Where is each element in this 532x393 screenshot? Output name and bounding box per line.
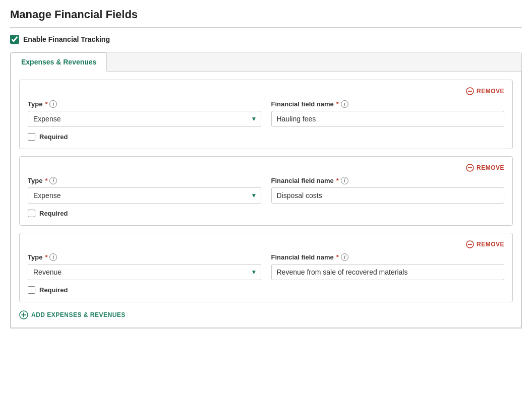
required-checkbox-1[interactable] bbox=[28, 133, 35, 141]
remove-label-2: REMOVE bbox=[477, 164, 504, 171]
type-group-3: Type * i Expense Revenue ▼ bbox=[28, 253, 261, 280]
remove-icon-1 bbox=[466, 87, 474, 95]
type-select-wrapper-2: Expense Revenue ▼ bbox=[28, 187, 261, 204]
add-button-label: ADD EXPENSES & REVENUES bbox=[31, 311, 126, 318]
field-name-group-3: Financial field name * i bbox=[271, 253, 505, 280]
enable-tracking-label: Enable Financial Tracking bbox=[23, 35, 110, 43]
remove-row-1: REMOVE bbox=[28, 87, 504, 95]
field-name-info-icon-3[interactable]: i bbox=[341, 253, 348, 261]
required-checkbox-3[interactable] bbox=[28, 286, 35, 294]
required-star-fn-3: * bbox=[336, 253, 339, 261]
required-checkbox-2[interactable] bbox=[28, 210, 35, 217]
remove-button-3[interactable]: REMOVE bbox=[466, 240, 504, 248]
main-content: REMOVE Type * i Expense Revenue ▼ bbox=[11, 72, 521, 328]
field-name-group-1: Financial field name * i bbox=[271, 100, 505, 127]
type-label-2: Type * i bbox=[28, 177, 261, 184]
field-name-label-1: Financial field name * i bbox=[271, 100, 505, 108]
required-label-1: Required bbox=[39, 133, 68, 141]
type-select-wrapper-1: Expense Revenue ▼ bbox=[28, 111, 261, 127]
remove-icon-3 bbox=[466, 240, 474, 248]
fields-row-2: Type * i Expense Revenue ▼ Financial bbox=[28, 177, 504, 204]
page-title: Manage Financial Fields bbox=[10, 8, 522, 28]
type-info-icon-2[interactable]: i bbox=[49, 177, 57, 184]
type-info-icon-1[interactable]: i bbox=[49, 100, 57, 108]
required-check-row-3: Required bbox=[28, 286, 504, 294]
field-name-label-2: Financial field name * i bbox=[271, 177, 505, 184]
remove-row-3: REMOVE bbox=[28, 240, 504, 248]
type-group-1: Type * i Expense Revenue ▼ bbox=[28, 100, 261, 127]
remove-label-3: REMOVE bbox=[477, 241, 504, 248]
enable-tracking-checkbox[interactable] bbox=[10, 35, 19, 44]
field-card-2: REMOVE Type * i Expense Revenue ▼ bbox=[19, 156, 513, 226]
type-select-1[interactable]: Expense Revenue bbox=[28, 111, 261, 127]
type-group-2: Type * i Expense Revenue ▼ bbox=[28, 177, 261, 204]
add-btn-row: ADD EXPENSES & REVENUES bbox=[19, 309, 513, 319]
fields-row-1: Type * i Expense Revenue ▼ Financial bbox=[28, 100, 504, 127]
field-name-input-3[interactable] bbox=[271, 264, 505, 280]
type-info-icon-3[interactable]: i bbox=[49, 253, 57, 261]
field-name-input-1[interactable] bbox=[271, 111, 505, 127]
type-select-wrapper-3: Expense Revenue ▼ bbox=[28, 264, 261, 280]
field-name-input-2[interactable] bbox=[271, 187, 505, 204]
tab-bar: Expenses & Revenues bbox=[11, 52, 521, 72]
required-star-2: * bbox=[45, 177, 47, 184]
required-star-1: * bbox=[45, 100, 47, 108]
fields-row-3: Type * i Expense Revenue ▼ Financial bbox=[28, 253, 504, 280]
field-card-1: REMOVE Type * i Expense Revenue ▼ bbox=[19, 80, 513, 149]
type-label-1: Type * i bbox=[28, 100, 261, 108]
enable-tracking-row: Enable Financial Tracking bbox=[10, 35, 522, 44]
add-expenses-revenues-button[interactable]: ADD EXPENSES & REVENUES bbox=[19, 310, 126, 319]
remove-button-2[interactable]: REMOVE bbox=[466, 164, 504, 172]
field-name-group-2: Financial field name * i bbox=[271, 177, 505, 204]
required-star-3: * bbox=[45, 253, 47, 261]
tab-expenses-revenues[interactable]: Expenses & Revenues bbox=[11, 52, 107, 72]
add-circle-icon bbox=[19, 310, 28, 319]
type-select-3[interactable]: Expense Revenue bbox=[28, 264, 261, 280]
required-label-3: Required bbox=[39, 286, 68, 294]
remove-label-1: REMOVE bbox=[477, 88, 504, 95]
required-label-2: Required bbox=[39, 210, 68, 217]
required-star-fn-1: * bbox=[336, 100, 339, 108]
field-name-label-3: Financial field name * i bbox=[271, 253, 505, 261]
remove-row-2: REMOVE bbox=[28, 164, 504, 172]
field-name-info-icon-1[interactable]: i bbox=[341, 100, 348, 108]
remove-icon-2 bbox=[466, 164, 474, 172]
required-check-row-2: Required bbox=[28, 210, 504, 217]
required-check-row-1: Required bbox=[28, 133, 504, 141]
tabs-container: Expenses & Revenues REMOVE bbox=[10, 52, 522, 329]
field-name-info-icon-2[interactable]: i bbox=[341, 177, 348, 184]
type-label-3: Type * i bbox=[28, 253, 261, 261]
remove-button-1[interactable]: REMOVE bbox=[466, 87, 504, 95]
type-select-2[interactable]: Expense Revenue bbox=[28, 187, 261, 204]
required-star-fn-2: * bbox=[336, 177, 339, 184]
field-card-3: REMOVE Type * i Expense Revenue ▼ bbox=[19, 233, 513, 302]
